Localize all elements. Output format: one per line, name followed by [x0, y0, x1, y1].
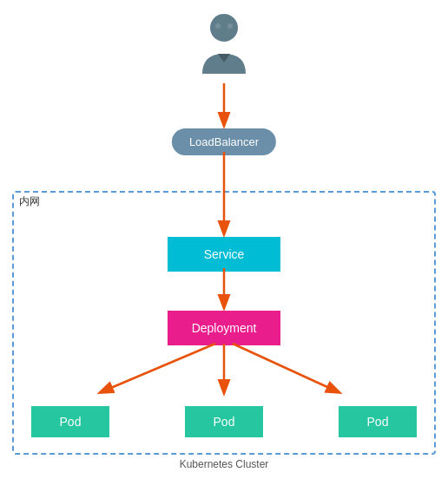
pod-right: Pod	[339, 406, 417, 437]
user-icon	[194, 9, 254, 78]
pod-center: Pod	[185, 406, 263, 437]
svg-point-1	[215, 23, 221, 29]
svg-point-2	[227, 23, 233, 29]
user-icon-area	[194, 9, 254, 78]
pod-left: Pod	[31, 406, 109, 437]
deployment-node: Deployment	[168, 311, 280, 345]
cluster-label: Kubernetes Cluster	[180, 458, 269, 470]
internal-network-label: 内网	[19, 194, 40, 209]
loadbalancer-node: LoadBalancer	[172, 128, 276, 155]
diagram-container: LoadBalancer 内网 Service Deployment Pod P…	[0, 0, 448, 479]
service-node: Service	[168, 237, 280, 272]
svg-point-0	[210, 14, 238, 42]
